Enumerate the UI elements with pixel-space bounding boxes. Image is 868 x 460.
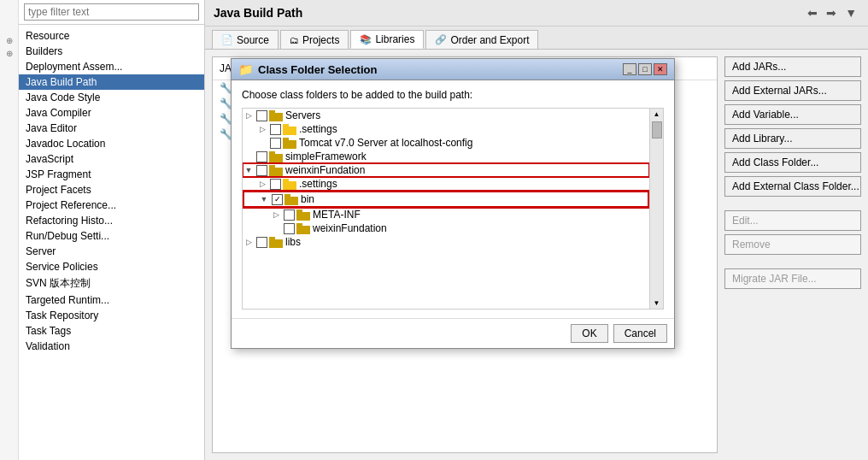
tree-expand-6[interactable]: ▼ (258, 195, 270, 203)
add-class-folder-button[interactable]: Add Class Folder... (724, 152, 861, 173)
add-jars-button[interactable]: Add JARs... (724, 56, 861, 77)
add-variable-button[interactable]: Add Variable... (724, 104, 861, 125)
tree-item-7[interactable]: ▷META-INF (243, 208, 649, 221)
tree-expand-7[interactable]: ▷ (270, 210, 282, 219)
edit-button[interactable]: Edit... (724, 210, 861, 231)
tree-checkbox-7[interactable] (284, 209, 295, 221)
sidebar-item-service-policies[interactable]: Service Policies (19, 259, 204, 274)
tree-label-5: .settings (299, 178, 337, 190)
svg-rect-12 (284, 197, 298, 205)
tree-item-3[interactable]: simpleFramework (243, 150, 649, 163)
tab-source[interactable]: 📄Source (212, 30, 279, 49)
tree-label-4: weinxinFundation (285, 164, 365, 176)
tree-expand-1[interactable]: ▷ (256, 125, 268, 133)
sidebar-item-java-compiler[interactable]: Java Compiler (19, 105, 204, 121)
tree-item-9[interactable]: ▷libs (243, 235, 649, 249)
tree-checkbox-1[interactable] (270, 124, 281, 135)
tree-checkbox-0[interactable] (256, 110, 267, 121)
sidebar-filter[interactable] (19, 0, 204, 25)
tree-item-8[interactable]: weixinFundation (243, 221, 649, 235)
dialog-maximize-button[interactable]: □ (638, 63, 652, 75)
tree-item-4[interactable]: ▼weinxinFundation (243, 163, 649, 177)
tree-checkbox-8[interactable] (284, 223, 295, 234)
svg-rect-18 (269, 239, 283, 248)
sidebar-item-javascript[interactable]: JavaScript (19, 151, 204, 167)
scrollbar-down-icon[interactable]: ▼ (652, 298, 662, 309)
svg-rect-1 (269, 110, 275, 114)
tree-item-1[interactable]: ▷.settings (243, 122, 649, 136)
tree-checkbox-5[interactable] (270, 179, 281, 190)
sidebar-item-jsp-fragment[interactable]: JSP Fragment (19, 167, 204, 182)
dialog-cancel-button[interactable]: Cancel (613, 324, 667, 343)
sidebar-item-deployment-assem[interactable]: Deployment Assem... (19, 59, 204, 74)
tab-order-and-export[interactable]: 🔗Order and Export (425, 30, 538, 49)
svg-rect-8 (269, 168, 283, 176)
tree-folder-icon-1 (283, 124, 296, 135)
tree-checkbox-9[interactable] (256, 237, 267, 248)
svg-rect-14 (296, 212, 310, 221)
sidebar-item-task-repository[interactable]: Task Repository (19, 308, 204, 323)
dialog-ok-button[interactable]: OK (571, 324, 607, 343)
sidebar-item-rundebug-setti[interactable]: Run/Debug Setti... (19, 228, 204, 244)
buttons-panel: Add JARs... Add External JARs... Add Var… (724, 56, 861, 453)
svg-rect-19 (269, 237, 275, 240)
source-tab-icon: 📄 (221, 34, 233, 45)
sidebar-item-svn-[interactable]: SVN 版本控制 (19, 274, 204, 292)
tab-libraries[interactable]: 📚Libraries (350, 30, 424, 49)
tree-label-7: META-INF (313, 209, 361, 221)
tab-projects[interactable]: 🗂Projects (280, 30, 349, 49)
remove-button[interactable]: Remove (724, 234, 861, 255)
add-library-button[interactable]: Add Library... (724, 128, 861, 149)
dialog-minimize-button[interactable]: _ (623, 63, 636, 75)
panel-header: Java Build Path ⬅ ➡ ▼ (205, 0, 868, 27)
tree-folder-icon-7 (296, 209, 310, 221)
dialog-close-button[interactable]: ✕ (654, 63, 667, 75)
tree-item-5[interactable]: ▷.settings (243, 177, 649, 191)
sidebar-item-java-code-style[interactable]: Java Code Style (19, 90, 204, 105)
scrollbar-up-icon[interactable]: ▲ (652, 109, 662, 120)
tree-item-0[interactable]: ▷Servers (243, 109, 649, 122)
dialog-titlebar: 📁 Class Folder Selection _ □ ✕ (232, 59, 674, 80)
svg-rect-10 (283, 181, 296, 190)
dropdown-icon[interactable]: ▼ (842, 5, 859, 21)
sidebar-item-refactoring-histo[interactable]: Refactoring Histo... (19, 213, 204, 228)
sidebar-item-java-editor[interactable]: Java Editor (19, 121, 204, 136)
sidebar-item-builders[interactable]: Builders (19, 44, 204, 59)
sidebar-item-task-tags[interactable]: Task Tags (19, 323, 204, 339)
sidebar-item-project-reference[interactable]: Project Reference... (19, 198, 204, 213)
tree-expand-5[interactable]: ▷ (256, 180, 268, 188)
dialog-footer: OK Cancel (232, 318, 674, 348)
tree-checkbox-2[interactable] (270, 138, 281, 149)
tree-expand-0[interactable]: ▷ (243, 111, 255, 120)
tree-item-6[interactable]: ▼✓bin (243, 191, 649, 208)
sidebar-item-javadoc-location[interactable]: Javadoc Location (19, 136, 204, 151)
filter-input[interactable] (24, 3, 199, 21)
svg-rect-2 (283, 127, 296, 135)
add-external-class-folder-button[interactable]: Add External Class Folder... (724, 176, 861, 197)
sidebar-item-validation[interactable]: Validation (19, 339, 204, 354)
tree-item-2[interactable]: Tomcat v7.0 Server at localhost-config (243, 136, 649, 150)
libraries-tab-icon: 📚 (360, 34, 372, 45)
dialog-tree-area: ▷Servers▷.settingsTomcat v7.0 Server at … (242, 108, 664, 310)
sidebar-item-targeted-runtim[interactable]: Targeted Runtim... (19, 292, 204, 308)
back-icon[interactable]: ⬅ (805, 5, 820, 21)
sidebar-item-server[interactable]: Server (19, 244, 204, 259)
tabs-bar: 📄Source🗂Projects📚Libraries🔗Order and Exp… (205, 27, 868, 50)
tree-checkbox-6[interactable]: ✓ (272, 194, 283, 205)
scrollbar-thumb[interactable] (652, 121, 662, 139)
add-external-jars-button[interactable]: Add External JARs... (724, 80, 861, 101)
tree-checkbox-4[interactable] (256, 165, 267, 176)
sidebar-item-resource[interactable]: Resource (19, 28, 204, 44)
migrate-jar-button[interactable]: Migrate JAR File... (724, 268, 861, 289)
tree-label-1: .settings (299, 123, 337, 135)
class-folder-dialog: 📁 Class Folder Selection _ □ ✕ Choose cl… (231, 58, 675, 349)
forward-icon[interactable]: ➡ (824, 5, 839, 21)
tree-folder-icon-2 (283, 138, 296, 149)
tree-checkbox-3[interactable] (256, 151, 267, 162)
sidebar-item-java-build-path[interactable]: Java Build Path (19, 74, 204, 90)
svg-rect-17 (296, 223, 302, 227)
sidebar-item-project-facets[interactable]: Project Facets (19, 182, 204, 198)
tree-expand-4[interactable]: ▼ (243, 166, 255, 174)
tree-expand-9[interactable]: ▷ (243, 238, 255, 246)
order and export-tab-label: Order and Export (450, 34, 529, 46)
